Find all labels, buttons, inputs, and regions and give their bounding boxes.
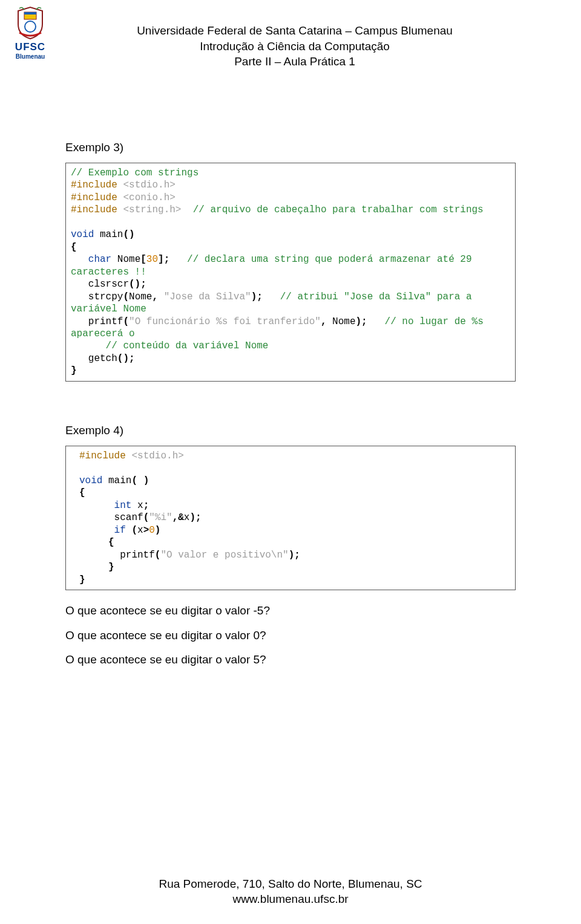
code-line: clsrscr	[71, 279, 129, 290]
code-line: int	[114, 500, 132, 511]
ufsc-text: UFSC	[15, 41, 45, 53]
code-line: // arquivo de cabeçalho para trabalhar c…	[181, 204, 483, 215]
header-text: Universidade Federal de Santa Catarina –…	[57, 6, 581, 70]
code-line: main	[94, 229, 123, 240]
code-line	[79, 525, 114, 536]
code-line: [	[140, 254, 146, 265]
code-line: #include	[71, 204, 123, 215]
footer: Rua Pomerode, 710, Salto do Norte, Blume…	[0, 876, 581, 907]
footer-line2: www.blumenau.ufsc.br	[0, 891, 581, 907]
code-line: getch	[71, 353, 117, 364]
code-line: {	[79, 537, 114, 548]
code-line: 30	[146, 254, 158, 265]
code-line: void	[79, 475, 102, 486]
code-line: (	[126, 525, 137, 536]
blumenau-text: Blumenau	[16, 53, 45, 60]
header-row: UFSC Blumenau Universidade Federal de Sa…	[0, 0, 581, 70]
code-line: <stdio.h>	[123, 180, 175, 190]
code-line: <stdio.h>	[131, 451, 183, 461]
code-line: printf	[71, 316, 123, 327]
code-line: );	[289, 550, 300, 561]
code-line: x	[131, 500, 143, 511]
code-line: 0	[149, 525, 155, 536]
code-box-3: // Exemplo com strings #include <stdio.h…	[65, 163, 516, 382]
code-line: "Jose da Silva"	[158, 291, 251, 302]
code-line: Nome	[327, 316, 356, 327]
code-line: ( )	[131, 475, 149, 486]
code-line	[71, 254, 88, 265]
code-line: Nome	[129, 291, 152, 302]
shield-icon	[16, 6, 45, 40]
ufsc-logo: UFSC Blumenau	[8, 6, 52, 60]
code-line: )	[155, 525, 161, 536]
code-line: );	[251, 291, 263, 302]
questions: O que acontece se eu digitar o valor -5?…	[65, 604, 516, 668]
content: Exemplo 3) // Exemplo com strings #inclu…	[0, 141, 581, 668]
code-line: <string.h>	[123, 204, 181, 215]
code-line: ];	[158, 254, 169, 265]
code-line: // no lugar de %s	[367, 316, 484, 327]
code-line: #include	[71, 192, 123, 203]
code-line: );	[356, 316, 367, 327]
code-line: }	[79, 562, 114, 573]
code-line: >	[143, 525, 149, 536]
code-line: void	[71, 229, 94, 240]
code-line: main	[102, 475, 131, 486]
code-line: #include	[71, 180, 123, 190]
code-line: {	[79, 487, 85, 498]
code-line: caracteres !!	[71, 267, 146, 278]
code-line: ();	[129, 279, 146, 290]
code-line: {	[71, 242, 77, 253]
code-line: ,	[152, 291, 158, 302]
code-line: // atribui "Jose da Silva" para a	[263, 291, 472, 302]
code-line: x	[137, 525, 143, 536]
question-1: O que acontece se eu digitar o valor -5?	[65, 604, 516, 619]
header-line1: Universidade Federal de Santa Catarina –…	[57, 23, 533, 39]
code-line: variável Nome	[71, 304, 146, 314]
code-line: x	[184, 512, 190, 523]
code-line: );	[189, 512, 201, 523]
code-line: // Exemplo com strings	[71, 168, 199, 178]
code-line: strcpy	[71, 291, 123, 302]
code-line: scanf	[79, 512, 143, 523]
code-line: // declara uma string que poderá armazen…	[169, 254, 471, 265]
code-line: if	[114, 525, 126, 536]
example3-label: Exemplo 3)	[65, 141, 516, 154]
code-line: (	[123, 316, 129, 327]
code-line: ;	[143, 500, 149, 511]
code-line: printf	[79, 550, 155, 561]
header-line2: Introdução à Ciência da Computação	[57, 39, 533, 54]
code-line	[79, 500, 114, 511]
page: UFSC Blumenau Universidade Federal de Sa…	[0, 0, 581, 924]
code-line: ,&	[172, 512, 184, 523]
svg-rect-1	[24, 12, 36, 15]
code-line: // conteúdo da variável Nome	[71, 340, 268, 351]
code-line: "O valor e positivo\n"	[160, 550, 288, 561]
code-line: <conio.h>	[123, 192, 175, 203]
code-line: }	[71, 365, 77, 376]
code-line: }	[79, 574, 85, 585]
code-line: ,	[321, 316, 327, 327]
code-line: (	[143, 512, 149, 523]
code-box-4: #include <stdio.h> void main( ) { int x;…	[65, 446, 516, 590]
code-line: #include	[79, 451, 131, 461]
code-line: (	[123, 291, 129, 302]
code-line: Nome	[111, 254, 140, 265]
code-line: "O funcionário %s foi tranferido"	[129, 316, 321, 327]
code-line: aparecerá o	[71, 328, 135, 339]
code-line: "%i"	[149, 512, 172, 523]
code-line: (	[155, 550, 161, 561]
footer-line1: Rua Pomerode, 710, Salto do Norte, Blume…	[0, 876, 581, 892]
code-line: ()	[123, 229, 134, 240]
question-3: O que acontece se eu digitar o valor 5?	[65, 652, 516, 668]
example4-label: Exemplo 4)	[65, 424, 516, 437]
question-2: O que acontece se eu digitar o valor 0?	[65, 628, 516, 643]
code-line: ();	[117, 353, 135, 364]
header-line3: Parte II – Aula Prática 1	[57, 54, 533, 70]
code-line: char	[88, 254, 111, 265]
